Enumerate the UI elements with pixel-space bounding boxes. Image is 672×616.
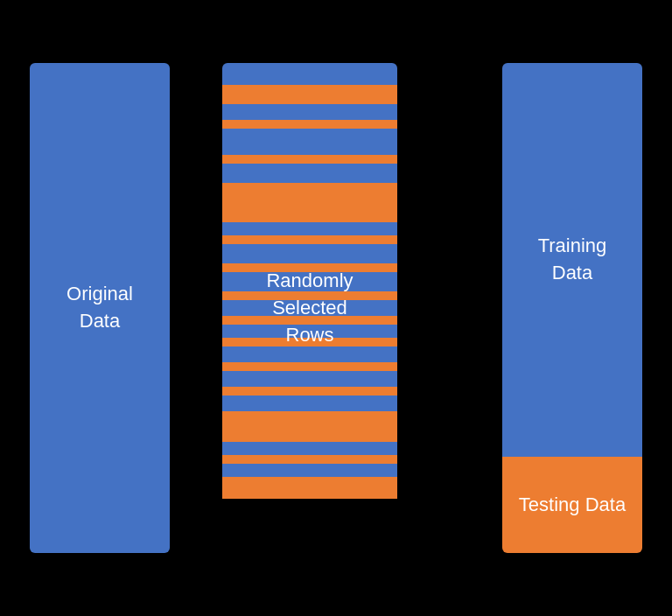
stripe-blue — [222, 442, 397, 455]
stripe-orange — [222, 387, 397, 396]
left-gap — [170, 63, 222, 553]
stripe-blue — [222, 222, 397, 235]
stripe-orange — [222, 362, 397, 371]
stripe-orange — [222, 183, 397, 222]
middle-column — [222, 63, 397, 553]
stripe-blue — [222, 104, 397, 120]
stripe-orange — [222, 263, 397, 272]
stripe-orange — [222, 120, 397, 129]
stripe-blue — [222, 129, 397, 155]
testing-data-column: Testing Data — [502, 457, 642, 553]
middle-column-wrapper: RandomlySelectedRows — [222, 63, 397, 553]
training-data-label: TrainingData — [538, 233, 607, 287]
stripe-orange — [222, 316, 397, 325]
testing-data-label: Testing Data — [519, 492, 626, 519]
original-data-column: OriginalData — [30, 63, 170, 553]
stripe-orange — [222, 455, 397, 464]
original-data-label: OriginalData — [66, 281, 133, 335]
stripe-orange — [222, 291, 397, 300]
stripe-orange — [222, 477, 397, 499]
stripe-blue — [222, 396, 397, 411]
stripe-blue — [222, 300, 397, 316]
stripe-blue — [222, 164, 397, 183]
right-gap — [397, 63, 450, 553]
stripe-orange — [222, 411, 397, 442]
stripe-blue — [222, 346, 397, 362]
stripe-orange — [222, 338, 397, 346]
stripe-orange — [222, 155, 397, 164]
stripe-blue — [222, 371, 397, 387]
stripe-blue — [222, 63, 397, 85]
right-column-wrapper: TrainingData Testing Data — [502, 63, 642, 553]
stripe-blue — [222, 325, 397, 338]
diagram-container: OriginalData RandomlySelectedRows Traini… — [0, 0, 672, 616]
stripe-orange — [222, 85, 397, 104]
stripe-blue — [222, 464, 397, 477]
stripe-blue — [222, 244, 397, 263]
stripe-blue — [222, 272, 397, 291]
training-data-column: TrainingData — [502, 63, 642, 457]
stripe-orange — [222, 235, 397, 244]
